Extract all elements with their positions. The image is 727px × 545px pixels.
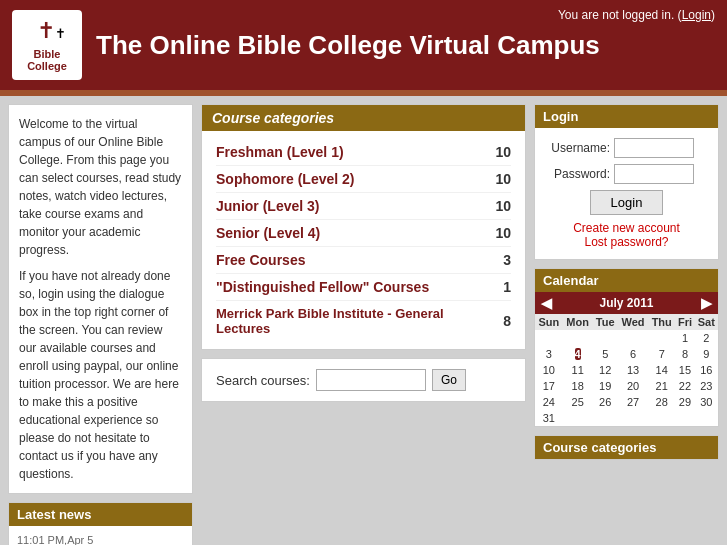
create-account-link[interactable]: Create new account (545, 221, 708, 235)
calendar-day-cell: 2 (695, 330, 718, 346)
middle-column: Course categories Freshman (Level 1)10So… (201, 104, 526, 545)
password-row: Password: (545, 164, 708, 184)
calendar-box: Calendar ◀ July 2011 ▶ SunMonTueWedThuFr… (534, 268, 719, 427)
calendar-day-header: Wed (618, 314, 648, 330)
calendar-day-cell: 9 (695, 346, 718, 362)
calendar-day-cell: 5 (593, 346, 618, 362)
calendar-day-cell: 18 (563, 378, 593, 394)
course-name[interactable]: Freshman (Level 1) (216, 144, 344, 160)
calendar-day-header: Tue (593, 314, 618, 330)
course-count: 1 (491, 279, 511, 295)
calendar-week-row: 3456789 (535, 346, 718, 362)
password-input[interactable] (614, 164, 694, 184)
calendar-day-cell: 20 (618, 378, 648, 394)
course-name[interactable]: Senior (Level 4) (216, 225, 320, 241)
calendar-day-cell: 12 (593, 362, 618, 378)
calendar-day-cell (563, 330, 593, 346)
course-name[interactable]: Junior (Level 3) (216, 198, 319, 214)
course-categories-heading: Course categories (202, 105, 525, 131)
course-count: 10 (491, 198, 511, 214)
calendar-day-cell: 22 (675, 378, 695, 394)
logo-cross-icon: ✝ (37, 18, 57, 46)
course-item: "Distinguished Fellow" Courses1 (216, 274, 511, 301)
calendar-day-header: Sat (695, 314, 718, 330)
course-item: Sophomore (Level 2)10 (216, 166, 511, 193)
calendar-day-cell: 25 (563, 394, 593, 410)
calendar-day-cell (648, 410, 675, 426)
course-item: Merrick Park Bible Institute - General L… (216, 301, 511, 341)
header-login-link[interactable]: Login (682, 8, 711, 22)
course-count: 10 (491, 171, 511, 187)
calendar-tbody: 1234567891011121314151617181920212223242… (535, 330, 718, 426)
login-btn-row: Login (545, 190, 708, 215)
calendar-day-cell[interactable]: 4 (563, 346, 593, 362)
course-list: Freshman (Level 1)10Sophomore (Level 2)1… (202, 131, 525, 349)
latest-news-header: Latest news (9, 503, 192, 526)
search-input[interactable] (316, 369, 426, 391)
course-count: 8 (491, 313, 511, 329)
course-item: Junior (Level 3)10 (216, 193, 511, 220)
course-item: Freshman (Level 1)10 (216, 139, 511, 166)
calendar-day-header: Fri (675, 314, 695, 330)
calendar-day-cell: 16 (695, 362, 718, 378)
calendar-prev-arrow[interactable]: ◀ (541, 295, 552, 311)
calendar-day-cell: 28 (648, 394, 675, 410)
lost-password-link[interactable]: Lost password? (545, 235, 708, 249)
calendar-week-row: 10111213141516 (535, 362, 718, 378)
search-box: Search courses: Go (201, 358, 526, 402)
username-input[interactable] (614, 138, 694, 158)
site-title: The Online Bible College Virtual Campus (96, 30, 600, 61)
calendar-next-arrow[interactable]: ▶ (701, 295, 712, 311)
calendar-day-header: Mon (563, 314, 593, 330)
calendar-day-cell: 27 (618, 394, 648, 410)
left-column: Welcome to the virtual campus of our Onl… (8, 104, 193, 545)
course-name[interactable]: Free Courses (216, 252, 305, 268)
calendar-days-header: SunMonTueWedThuFriSat (535, 314, 718, 330)
username-label: Username: (545, 141, 610, 155)
calendar-day-header: Thu (648, 314, 675, 330)
login-button[interactable]: Login (590, 190, 664, 215)
logo-text: BibleCollege (27, 48, 67, 72)
right-column: Login Username: Password: Login Create n… (534, 104, 719, 545)
latest-news-box: Latest news 11:01 PM,Apr 5 Bishop Andy L… (8, 502, 193, 545)
course-categories-bottom-box: Course categories (534, 435, 719, 460)
header-login-info: You are not logged in. (Login) (558, 8, 715, 22)
calendar-day-cell: 17 (535, 378, 563, 394)
search-label: Search courses: (216, 373, 310, 388)
calendar-day-cell (593, 410, 618, 426)
course-count: 3 (491, 252, 511, 268)
calendar-day-cell: 8 (675, 346, 695, 362)
news-date: 11:01 PM,Apr 5 (17, 534, 184, 545)
course-categories-bottom-header: Course categories (535, 436, 718, 459)
calendar-day-cell: 6 (618, 346, 648, 362)
calendar-day-cell (593, 330, 618, 346)
calendar-day-cell (675, 410, 695, 426)
welcome-box: Welcome to the virtual campus of our Onl… (8, 104, 193, 494)
calendar-day-cell: 21 (648, 378, 675, 394)
calendar-day-cell: 23 (695, 378, 718, 394)
calendar-day-header: Sun (535, 314, 563, 330)
course-name[interactable]: Sophomore (Level 2) (216, 171, 354, 187)
login-links: Create new account Lost password? (545, 221, 708, 249)
calendar-day-cell: 10 (535, 362, 563, 378)
calendar-month-label: July 2011 (599, 296, 653, 310)
main-container: Welcome to the virtual campus of our Onl… (0, 96, 727, 545)
calendar-week-row: 12 (535, 330, 718, 346)
calendar-day-cell (695, 410, 718, 426)
welcome-text-1: Welcome to the virtual campus of our Onl… (19, 115, 182, 259)
course-name[interactable]: "Distinguished Fellow" Courses (216, 279, 429, 295)
header: ✝ BibleCollege The Online Bible College … (0, 0, 727, 90)
course-name[interactable]: Merrick Park Bible Institute - General L… (216, 306, 491, 336)
course-item: Free Courses3 (216, 247, 511, 274)
calendar-day-cell (563, 410, 593, 426)
calendar-day-cell: 30 (695, 394, 718, 410)
calendar-day-cell: 29 (675, 394, 695, 410)
calendar-day-cell: 26 (593, 394, 618, 410)
calendar-week-row: 24252627282930 (535, 394, 718, 410)
login-content: Username: Password: Login Create new acc… (535, 128, 718, 259)
search-button[interactable]: Go (432, 369, 466, 391)
calendar-day-cell: 24 (535, 394, 563, 410)
calendar-table: SunMonTueWedThuFriSat 123456789101112131… (535, 314, 718, 426)
course-count: 10 (491, 225, 511, 241)
calendar-day-cell: 15 (675, 362, 695, 378)
